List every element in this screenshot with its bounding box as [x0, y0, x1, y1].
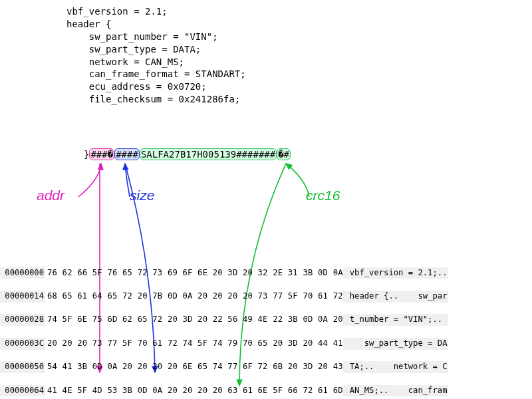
binary-structure-line: }###�####SALFA27B17H005139#######�# [84, 149, 291, 160]
hex-offset: 0000003C [0, 338, 45, 350]
hex-bytes: 20 20 20 73 77 5F 70 61 72 74 5F 74 79 7… [45, 338, 343, 350]
hex-offset: 00000064 [0, 385, 45, 397]
hex-offset: 00000050 [0, 361, 45, 373]
hex-bytes: 68 65 61 64 65 72 20 7B 0D 0A 20 20 20 2… [45, 291, 343, 303]
hex-dump: 0000000076 62 66 5F 76 65 72 73 69 6F 6E… [0, 255, 457, 399]
code-line-3: sw_part_number = "VIN"; [66, 31, 218, 42]
code-line-1: vbf_version = 2.1; [66, 6, 168, 17]
crc-field-highlight: �# [277, 148, 291, 160]
hex-offset: 00000014 [0, 291, 45, 303]
hex-row: 0000002874 5F 6E 75 6D 62 65 72 20 3D 20… [0, 314, 457, 326]
hex-ascii: vbf_version = 2.1;.. [343, 267, 448, 279]
hex-bytes: 76 62 66 5F 76 65 72 73 69 6F 6E 20 3D 2… [45, 267, 343, 279]
size-field-highlight: #### [114, 148, 140, 160]
addr-label: addr [37, 188, 65, 203]
hex-ascii: header {.. sw_par [343, 291, 448, 303]
code-line-6: can_frame_format = STANDART; [66, 68, 246, 79]
hex-row: 0000006441 4E 5F 4D 53 3B 0D 0A 20 20 20… [0, 385, 457, 397]
code-line-7: ecu_address = 0x0720; [66, 81, 207, 92]
code-line-5: network = CAN_MS; [66, 57, 184, 67]
hex-ascii: sw_part_type = DA [343, 338, 448, 350]
hex-row: 0000001468 65 61 64 65 72 20 7B 0D 0A 20… [0, 291, 457, 303]
hex-row: 0000000076 62 66 5F 76 65 72 73 69 6F 6E… [0, 267, 457, 279]
size-label: size [130, 188, 154, 203]
vbf-header-code: vbf_version = 2.1; header { sw_part_numb… [66, 5, 246, 106]
hex-row: 0000003C20 20 20 73 77 5F 70 61 72 74 5F… [0, 338, 457, 350]
code-line-8: file_checksum = 0x241286fa; [66, 94, 240, 104]
code-line-4: sw_part_type = DATA; [66, 44, 201, 55]
payload-field-highlight: SALFA27B17H005139####### [140, 148, 277, 160]
crc-label: crc16 [306, 188, 340, 203]
hex-offset: 00000028 [0, 314, 45, 326]
addr-field-highlight: ###� [89, 148, 114, 160]
hex-bytes: 41 4E 5F 4D 53 3B 0D 0A 20 20 20 20 63 6… [45, 385, 343, 397]
code-line-2: header { [66, 19, 111, 29]
hex-ascii: TA;.. network = C [343, 361, 448, 373]
hex-bytes: 54 41 3B 0D 0A 20 20 20 20 6E 65 74 77 6… [45, 361, 343, 373]
hex-row: 0000005054 41 3B 0D 0A 20 20 20 20 6E 65… [0, 361, 457, 373]
hex-ascii: AN_MS;.. can_fram [343, 385, 448, 397]
hex-offset: 00000000 [0, 267, 45, 279]
hex-bytes: 74 5F 6E 75 6D 62 65 72 20 3D 20 22 56 4… [45, 314, 343, 326]
hex-ascii: t_number = "VIN";.. [343, 314, 448, 326]
